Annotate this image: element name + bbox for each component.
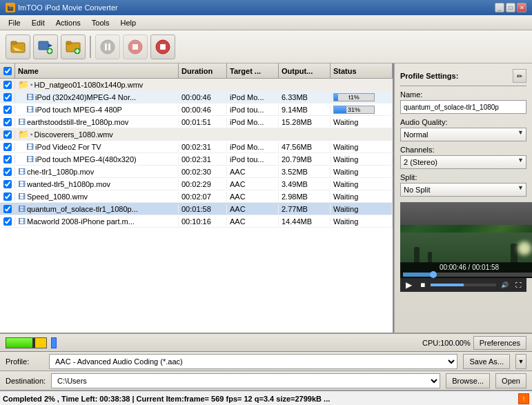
header-status[interactable]: Status bbox=[331, 63, 393, 79]
menu-edit[interactable]: Edit bbox=[26, 17, 50, 28]
table-row[interactable]: 🎞 iPod (320x240)MPEG-4 Nor... 00:00:46 i… bbox=[0, 91, 393, 103]
video-seekbar-thumb[interactable] bbox=[430, 271, 437, 278]
stop-video-button[interactable]: ⏹ bbox=[417, 279, 428, 290]
table-row[interactable]: 🎞 iPod touch MPEG-4 480P 00:00:46 iPod t… bbox=[0, 103, 393, 116]
row-output: 14.44MB bbox=[279, 217, 331, 226]
row-output: 3.52MB bbox=[279, 167, 331, 177]
file-icon-video: 🎞 bbox=[26, 93, 34, 101]
menu-actions[interactable]: Actions bbox=[50, 17, 86, 28]
save-as-arrow[interactable]: ▼ bbox=[515, 354, 526, 369]
row-checkbox[interactable] bbox=[0, 168, 15, 176]
header-output[interactable]: Output... bbox=[279, 63, 331, 79]
row-checkbox[interactable] bbox=[0, 118, 15, 126]
table-row[interactable]: 🎞 che-tlr1_1080p.mov 00:02:30 AAC 3.52MB… bbox=[0, 166, 393, 178]
row-duration bbox=[179, 84, 227, 86]
volume-fill bbox=[431, 284, 464, 286]
close-button[interactable]: ✕ bbox=[517, 3, 526, 12]
status-bar: Completed 2% , Time Left: 00:38:38 | Cur… bbox=[0, 391, 532, 405]
titlebar-buttons[interactable]: _ □ ✕ bbox=[495, 3, 526, 12]
menu-tools[interactable]: Tools bbox=[86, 17, 115, 28]
play-button[interactable]: ▶ bbox=[403, 279, 414, 290]
channels-select[interactable]: 2 (Stereo) 1 (Mono) bbox=[400, 155, 526, 169]
row-checkbox[interactable] bbox=[0, 217, 15, 226]
mute-button[interactable]: 🔊 bbox=[499, 279, 510, 290]
row-checkbox[interactable] bbox=[0, 180, 15, 188]
minimize-button[interactable]: _ bbox=[495, 3, 504, 12]
video-overlay: 00:00:46 / 00:01:58 bbox=[400, 262, 532, 278]
menu-help[interactable]: Help bbox=[115, 17, 141, 28]
profile-settings-title: Profile Settings: bbox=[400, 72, 458, 80]
cpu-green-fill bbox=[6, 338, 32, 348]
row-checkbox[interactable] bbox=[0, 93, 15, 101]
table-row[interactable]: 🎞 iPod touch MPEG-4(480x320) 00:02:31 iP… bbox=[0, 153, 393, 166]
file-icon-video: ▪ bbox=[30, 130, 33, 138]
progress-bar: t1% bbox=[333, 93, 375, 101]
select-all-checkbox[interactable] bbox=[3, 67, 12, 75]
volume-slider[interactable] bbox=[431, 284, 496, 286]
app-title: ImTOO iPod Movie Converter bbox=[18, 3, 118, 12]
row-checkbox[interactable] bbox=[0, 192, 15, 201]
row-target: AAC bbox=[227, 179, 279, 189]
file-icon-video: 🎞 bbox=[26, 143, 34, 151]
svg-rect-2 bbox=[39, 41, 48, 50]
cpu-progress-bar bbox=[6, 337, 47, 348]
table-row[interactable]: 🎞 quantum_of_solace-tlr1_1080p... 00:01:… bbox=[0, 203, 393, 215]
open-button[interactable]: Open bbox=[495, 373, 526, 388]
fullscreen-button[interactable]: ⛶ bbox=[513, 279, 524, 290]
row-duration: 00:00:46 bbox=[179, 105, 227, 115]
row-checkbox[interactable] bbox=[0, 106, 15, 114]
add-video-button[interactable] bbox=[33, 34, 58, 59]
status-warning-icon[interactable]: ! bbox=[518, 393, 529, 404]
save-as-button[interactable]: Save As... bbox=[463, 354, 510, 369]
header-checkbox[interactable] bbox=[0, 63, 15, 79]
row-output: 47.56MB bbox=[279, 142, 331, 152]
add-folder-button[interactable] bbox=[61, 34, 86, 59]
row-checkbox[interactable] bbox=[0, 143, 15, 151]
header-name[interactable]: Name bbox=[15, 63, 179, 79]
table-row[interactable]: 📁 ▪ Discoverers_1080.wmv bbox=[0, 128, 393, 141]
header-duration[interactable]: Duration bbox=[179, 63, 227, 79]
preferences-button[interactable]: Preferences bbox=[473, 336, 526, 350]
row-status: Waiting bbox=[331, 217, 393, 226]
table-row[interactable]: 🎞 Macworld 2008-iPhone part.m... 00:10:1… bbox=[0, 215, 393, 228]
pause-button[interactable] bbox=[95, 34, 120, 59]
maximize-button[interactable]: □ bbox=[506, 3, 515, 12]
toolbar bbox=[0, 30, 532, 63]
convert-button[interactable] bbox=[150, 34, 175, 59]
header-target[interactable]: Target ... bbox=[227, 63, 279, 79]
channels-label: Channels: bbox=[400, 146, 526, 154]
profile-edit-button[interactable]: ✏ bbox=[513, 69, 526, 83]
name-input[interactable] bbox=[400, 100, 526, 114]
open-folder-button[interactable] bbox=[6, 34, 30, 59]
audio-quality-select[interactable]: Normal High Low bbox=[400, 128, 526, 141]
video-preview: 00:00:46 / 00:01:58 bbox=[400, 202, 532, 278]
row-name: 🎞 Macworld 2008-iPhone part.m... bbox=[15, 217, 179, 226]
row-checkbox[interactable] bbox=[0, 155, 15, 164]
row-checkbox[interactable] bbox=[0, 81, 15, 89]
progress-bar: 31% bbox=[333, 106, 375, 114]
row-name: 🎞 iPod touch MPEG-4(480x320) bbox=[15, 155, 179, 164]
menubar: File Edit Actions Tools Help bbox=[0, 15, 532, 30]
cpu-text: CPU:100.00% bbox=[422, 339, 471, 347]
table-row[interactable]: 🎞 earthstoodstill-tlre_1080p.mov 00:01:5… bbox=[0, 116, 393, 128]
row-output: 2.98MB bbox=[279, 192, 331, 201]
destination-select[interactable]: C:\Users bbox=[51, 373, 440, 388]
row-status-progress: 31% bbox=[331, 105, 393, 115]
table-row[interactable]: 📁 ▪ HD_natgeo01-1080x1440p.wmv bbox=[0, 79, 393, 91]
table-row[interactable]: 🎞 wanted-tlr5_h1080p.mov 00:02:29 AAC 3.… bbox=[0, 178, 393, 190]
profile-select[interactable]: AAC - Advanced Audio Coding (*.aac) bbox=[49, 354, 457, 369]
browse-button[interactable]: Browse... bbox=[446, 373, 490, 388]
row-output bbox=[279, 134, 331, 135]
menu-file[interactable]: File bbox=[3, 17, 26, 28]
row-checkbox[interactable] bbox=[0, 205, 15, 213]
stop-button[interactable] bbox=[123, 34, 148, 59]
video-seekbar[interactable] bbox=[403, 273, 532, 277]
row-target: iPod tou... bbox=[227, 105, 279, 115]
table-row[interactable]: 🎞 iPod Video2 For TV 00:02:31 iPod Mo...… bbox=[0, 141, 393, 153]
row-checkbox[interactable] bbox=[0, 130, 15, 139]
profile-settings-panel: Profile Settings: ✏ Name: Audio Quality:… bbox=[394, 63, 532, 333]
file-list-area: Name Duration Target ... Output... Statu… bbox=[0, 63, 394, 333]
table-row[interactable]: 🎞 Speed_1080.wmv 00:02:07 AAC 2.98MB Wai… bbox=[0, 190, 393, 203]
split-select[interactable]: No Split Split by Size Split by Time bbox=[400, 183, 526, 197]
row-name: 🎞 wanted-tlr5_h1080p.mov bbox=[15, 179, 179, 189]
